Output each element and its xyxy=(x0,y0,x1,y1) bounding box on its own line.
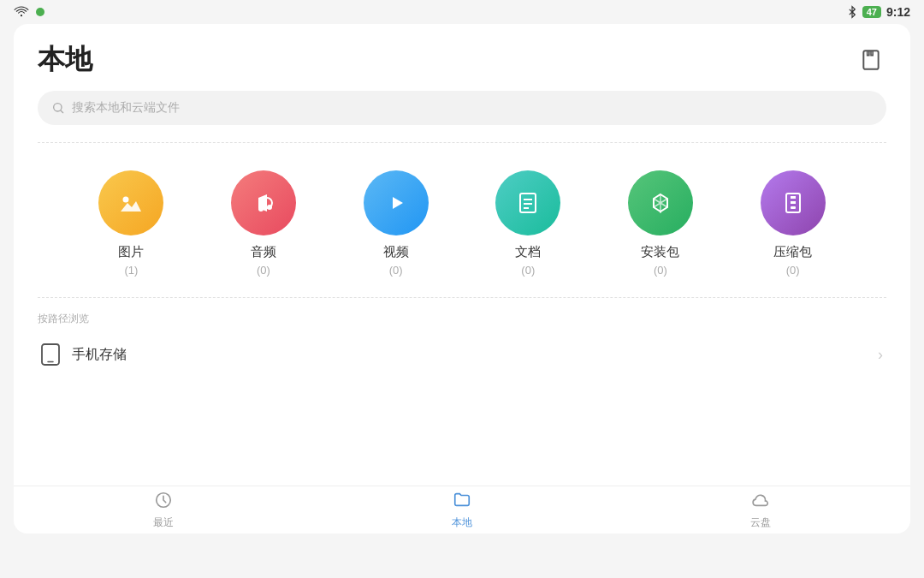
category-audio-count: (0) xyxy=(257,264,270,277)
status-right: 47 9:12 xyxy=(847,5,910,19)
category-apk-count: (0) xyxy=(654,264,667,277)
category-photo-circle xyxy=(98,170,163,235)
tab-cloud-label: 云盘 xyxy=(750,515,771,530)
category-grid: 图片 (1) 音频 (0) 视频 (0 xyxy=(14,143,910,297)
category-video-label: 视频 xyxy=(383,244,409,260)
video-icon xyxy=(381,188,412,218)
category-audio-label: 音频 xyxy=(251,244,276,260)
status-left xyxy=(14,6,44,18)
svg-rect-11 xyxy=(791,196,796,199)
category-apk-label: 安装包 xyxy=(641,244,679,260)
category-zip-circle xyxy=(761,170,826,235)
doc-icon xyxy=(512,188,543,218)
tab-bar: 最近 本地 云盘 xyxy=(14,486,910,533)
svg-marker-5 xyxy=(393,197,403,209)
status-time: 9:12 xyxy=(886,5,910,19)
category-doc-circle xyxy=(495,170,560,235)
page-title: 本地 xyxy=(38,41,92,79)
wifi-icon xyxy=(14,6,29,18)
path-browse-section: 按路径浏览 手机存储 › xyxy=(14,298,910,381)
main-content: 本地 搜索本地和云端文件 xyxy=(14,24,910,533)
tab-cloud[interactable]: 云盘 xyxy=(733,487,788,533)
category-apk-circle xyxy=(628,170,693,235)
tab-recent[interactable]: 最近 xyxy=(136,487,191,533)
header: 本地 xyxy=(14,24,910,91)
category-audio-circle xyxy=(231,170,296,235)
category-doc-label: 文档 xyxy=(515,244,541,260)
category-video-circle xyxy=(364,170,429,235)
bluetooth-icon xyxy=(847,5,857,19)
svg-point-3 xyxy=(258,206,264,212)
category-apk[interactable]: 安装包 (0) xyxy=(628,170,693,277)
status-bar: 47 9:12 xyxy=(0,0,924,24)
tab-local[interactable]: 本地 xyxy=(435,487,489,533)
path-section-label: 按路径浏览 xyxy=(38,312,886,326)
photo-icon xyxy=(116,188,146,218)
category-photo[interactable]: 图片 (1) xyxy=(98,170,163,277)
category-audio[interactable]: 音频 (0) xyxy=(231,170,296,277)
sd-card-icon xyxy=(860,49,882,71)
search-icon xyxy=(51,101,65,115)
clock-icon xyxy=(154,491,173,514)
category-zip[interactable]: 压缩包 (0) xyxy=(761,170,826,277)
battery-level: 47 xyxy=(862,6,881,18)
tab-local-label: 本地 xyxy=(452,515,472,530)
notification-dot xyxy=(36,8,44,16)
storage-row-left: 手机存储 xyxy=(41,343,127,366)
search-bar-container: 搜索本地和云端文件 xyxy=(14,91,910,135)
search-placeholder: 搜索本地和云端文件 xyxy=(72,100,180,116)
tab-recent-label: 最近 xyxy=(153,515,174,530)
phone-storage-label: 手机存储 xyxy=(72,346,127,364)
category-zip-count: (0) xyxy=(786,264,800,277)
svg-rect-12 xyxy=(791,201,796,204)
category-video-count: (0) xyxy=(389,264,403,277)
sd-card-button[interactable] xyxy=(856,45,886,75)
apk-icon xyxy=(645,188,676,218)
zip-icon xyxy=(778,188,808,218)
chevron-right-icon: › xyxy=(878,346,883,364)
category-photo-count: (1) xyxy=(124,264,138,277)
category-doc[interactable]: 文档 (0) xyxy=(495,170,560,277)
phone-storage-row[interactable]: 手机存储 › xyxy=(38,335,886,374)
svg-point-4 xyxy=(267,205,272,210)
category-zip-label: 压缩包 xyxy=(773,244,812,260)
category-doc-count: (0) xyxy=(521,264,535,277)
search-bar[interactable]: 搜索本地和云端文件 xyxy=(38,91,886,125)
svg-point-2 xyxy=(123,197,129,203)
cloud-icon xyxy=(751,491,770,514)
category-photo-label: 图片 xyxy=(118,244,144,260)
category-video[interactable]: 视频 (0) xyxy=(364,170,429,277)
svg-rect-13 xyxy=(791,206,796,209)
audio-icon xyxy=(248,188,279,218)
phone-icon xyxy=(41,343,60,366)
folder-icon xyxy=(453,491,471,514)
